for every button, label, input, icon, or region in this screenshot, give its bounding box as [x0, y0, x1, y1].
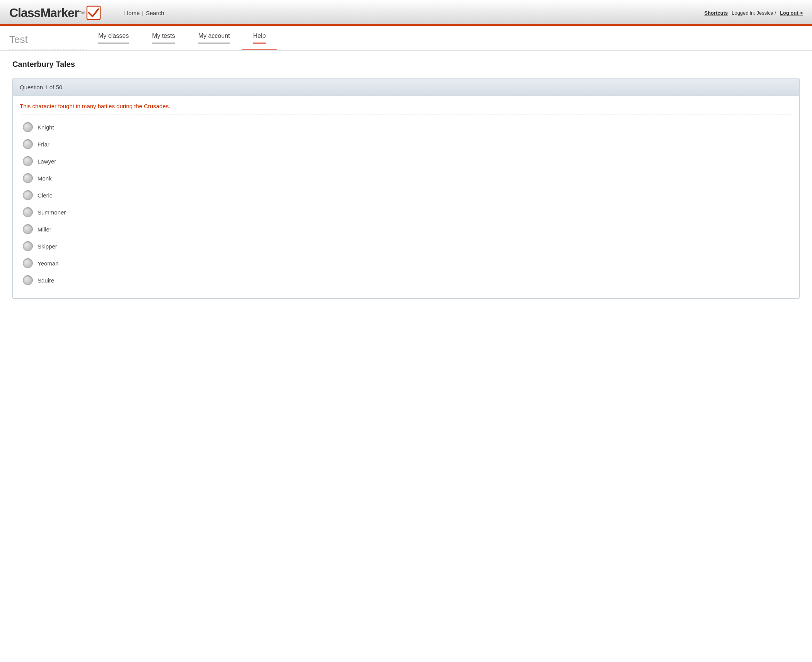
secondary-nav: Test My classes My tests My account Help	[0, 26, 812, 51]
header-left: ClassMarker TM Home | Search	[9, 5, 164, 20]
radio-summoner[interactable]	[23, 207, 33, 217]
logo: ClassMarker TM	[9, 5, 101, 20]
answer-item-summoner[interactable]: Summoner	[23, 207, 792, 217]
nav-tabs: My classes My tests My account Help	[87, 26, 803, 50]
answer-item-skipper[interactable]: Skipper	[23, 241, 792, 251]
answer-item-yeoman[interactable]: Yeoman	[23, 258, 792, 268]
tab-my-account[interactable]: My account	[187, 26, 242, 50]
answer-item-lawyer[interactable]: Lawyer	[23, 156, 792, 166]
tab-my-tests[interactable]: My tests	[140, 26, 187, 50]
answer-item-knight[interactable]: Knight	[23, 122, 792, 132]
answer-item-friar[interactable]: Friar	[23, 139, 792, 149]
search-link[interactable]: Search	[146, 10, 164, 16]
answer-label-monk: Monk	[38, 175, 52, 182]
test-title: Canterbury Tales	[12, 60, 800, 69]
answer-item-squire[interactable]: Squire	[23, 275, 792, 285]
answer-label-miller: Miller	[38, 226, 51, 233]
question-body: This character fought in many battles du…	[13, 96, 799, 298]
radio-cleric[interactable]	[23, 190, 33, 200]
answer-label-summoner: Summoner	[38, 209, 66, 216]
radio-lawyer[interactable]	[23, 156, 33, 166]
logged-in-text: Logged in: Jessica /	[732, 10, 776, 16]
logo-tm: TM	[78, 10, 85, 15]
answer-item-cleric[interactable]: Cleric	[23, 190, 792, 200]
radio-miller[interactable]	[23, 224, 33, 234]
answer-label-yeoman: Yeoman	[38, 260, 59, 267]
answer-label-knight: Knight	[38, 124, 54, 131]
question-text: This character fought in many battles du…	[20, 103, 792, 109]
logout-link[interactable]: Log out >	[780, 10, 803, 16]
shortcuts-link[interactable]: Shortcuts	[705, 10, 728, 16]
radio-monk[interactable]	[23, 173, 33, 183]
answer-label-squire: Squire	[38, 277, 54, 284]
radio-squire[interactable]	[23, 275, 33, 285]
answer-list: KnightFriarLawyerMonkClericSummonerMille…	[20, 122, 792, 298]
tab-underline-my-tests	[152, 43, 175, 44]
tab-underline-my-account	[198, 43, 230, 44]
page-header: ClassMarker TM Home | Search Shortcuts L…	[0, 0, 812, 24]
main-content: Canterbury Tales Question 1 of 50 This c…	[0, 51, 812, 308]
tab-underline-my-classes	[98, 43, 129, 44]
radio-friar[interactable]	[23, 139, 33, 149]
home-link[interactable]: Home	[124, 10, 140, 16]
answer-label-skipper: Skipper	[38, 243, 57, 250]
question-divider	[20, 114, 792, 114]
radio-knight[interactable]	[23, 122, 33, 132]
answer-label-lawyer: Lawyer	[38, 158, 56, 165]
answer-item-miller[interactable]: Miller	[23, 224, 792, 234]
header-nav: Home | Search	[124, 10, 164, 16]
tab-underline-help	[253, 43, 266, 44]
question-header: Question 1 of 50	[13, 78, 799, 96]
logo-checkmark-icon	[86, 5, 101, 20]
radio-yeoman[interactable]	[23, 258, 33, 268]
logo-text: ClassMarker	[9, 6, 78, 20]
answer-label-friar: Friar	[38, 141, 49, 148]
radio-skipper[interactable]	[23, 241, 33, 251]
answer-label-cleric: Cleric	[38, 192, 52, 199]
page-title: Test	[9, 27, 87, 49]
nav-separator: |	[142, 10, 143, 16]
header-right: Shortcuts Logged in: Jessica / Log out >	[705, 10, 803, 16]
tab-help[interactable]: Help	[242, 26, 278, 50]
question-box: Question 1 of 50 This character fought i…	[12, 78, 800, 299]
answer-item-monk[interactable]: Monk	[23, 173, 792, 183]
tab-my-classes[interactable]: My classes	[87, 26, 140, 50]
